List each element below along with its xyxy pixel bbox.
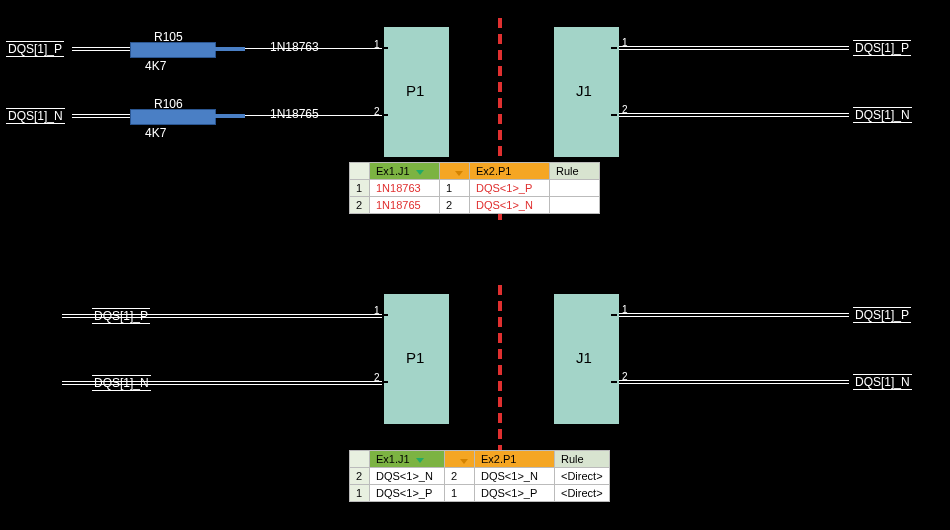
pin-number: 2 (374, 372, 380, 383)
cell: DQS<1>_N (475, 468, 555, 485)
net-label: DQS[1]_N (853, 107, 912, 123)
net-label: DQS[1]_P (853, 40, 911, 56)
cell: DQS<1>_N (470, 197, 550, 214)
wire (72, 114, 138, 118)
table-corner (350, 163, 370, 180)
pin-mark (611, 314, 617, 316)
dropdown-icon[interactable] (416, 458, 424, 463)
wire (619, 46, 849, 50)
wire (619, 313, 849, 317)
net-label: DQS[1]_P (853, 307, 911, 323)
diagram-canvas: DQS[1]_P R105 4K7 1N18763 1 DQS[1]_N R10… (0, 0, 950, 530)
col-header[interactable] (440, 163, 470, 180)
wire (215, 114, 245, 118)
net-name: 1N18763 (270, 40, 319, 54)
cell: <Direct> (555, 485, 610, 502)
pin-mark (382, 47, 388, 49)
col-header[interactable]: Rule (555, 451, 610, 468)
pin-mark (611, 381, 617, 383)
wire (62, 314, 382, 318)
cell: 1 (440, 180, 470, 197)
net-label: DQS[1]_N (6, 108, 65, 124)
mapping-table-top[interactable]: Ex1.J1 Ex2.P1 Rule 1 1N18763 1 DQS<1>_P … (349, 162, 600, 214)
block-label: P1 (406, 82, 424, 99)
pin-number: 1 (374, 39, 380, 50)
resistor-value: 4K7 (145, 59, 166, 73)
pin-mark (382, 314, 388, 316)
col-header[interactable]: Ex1.J1 (370, 451, 445, 468)
pin-number: 1 (622, 37, 628, 48)
mapping-table-bottom[interactable]: Ex1.J1 Ex2.P1 Rule 2 DQS<1>_N 2 DQS<1>_N… (349, 450, 610, 502)
col-header[interactable]: Rule (550, 163, 600, 180)
wire (72, 47, 138, 51)
col-header[interactable]: Ex1.J1 (370, 163, 440, 180)
dropdown-icon[interactable] (455, 171, 463, 176)
pin-mark (382, 114, 388, 116)
table-row[interactable]: 2 DQS<1>_N 2 DQS<1>_N <Direct> (350, 468, 610, 485)
table-corner (350, 451, 370, 468)
table-row[interactable]: 2 1N18765 2 DQS<1>_N (350, 197, 600, 214)
cell: 2 (445, 468, 475, 485)
cell: 1N18763 (370, 180, 440, 197)
block-label: J1 (576, 82, 592, 99)
row-number: 2 (350, 468, 370, 485)
col-header[interactable]: Ex2.P1 (470, 163, 550, 180)
cell (550, 180, 600, 197)
resistor-value: 4K7 (145, 126, 166, 140)
pin-number: 1 (622, 304, 628, 315)
dropdown-icon[interactable] (416, 170, 424, 175)
cell: DQS<1>_P (475, 485, 555, 502)
pin-mark (611, 114, 617, 116)
table-row[interactable]: 1 DQS<1>_P 1 DQS<1>_P <Direct> (350, 485, 610, 502)
net-label: DQS[1]_N (853, 374, 912, 390)
pin-mark (382, 381, 388, 383)
pin-number: 2 (622, 371, 628, 382)
wire (619, 113, 849, 117)
resistor (130, 42, 216, 58)
table-row[interactable]: 1 1N18763 1 DQS<1>_P (350, 180, 600, 197)
cell (550, 197, 600, 214)
col-header[interactable] (445, 451, 475, 468)
dropdown-icon[interactable] (460, 459, 468, 464)
wire (619, 380, 849, 384)
col-header[interactable]: Ex2.P1 (475, 451, 555, 468)
row-number: 1 (350, 180, 370, 197)
cell: 1 (445, 485, 475, 502)
pin-number: 1 (374, 305, 380, 316)
pin-number: 2 (374, 106, 380, 117)
wire (62, 381, 382, 385)
block-label: J1 (576, 349, 592, 366)
pin-number: 2 (622, 104, 628, 115)
cell: 2 (440, 197, 470, 214)
cell: 1N18765 (370, 197, 440, 214)
row-number: 2 (350, 197, 370, 214)
row-number: 1 (350, 485, 370, 502)
cell: DQS<1>_P (470, 180, 550, 197)
resistor (130, 109, 216, 125)
net-label: DQS[1]_P (6, 41, 64, 57)
cell: <Direct> (555, 468, 610, 485)
net-name: 1N18765 (270, 107, 319, 121)
wire (215, 47, 245, 51)
cell: DQS<1>_N (370, 468, 445, 485)
cell: DQS<1>_P (370, 485, 445, 502)
pin-mark (611, 47, 617, 49)
block-label: P1 (406, 349, 424, 366)
